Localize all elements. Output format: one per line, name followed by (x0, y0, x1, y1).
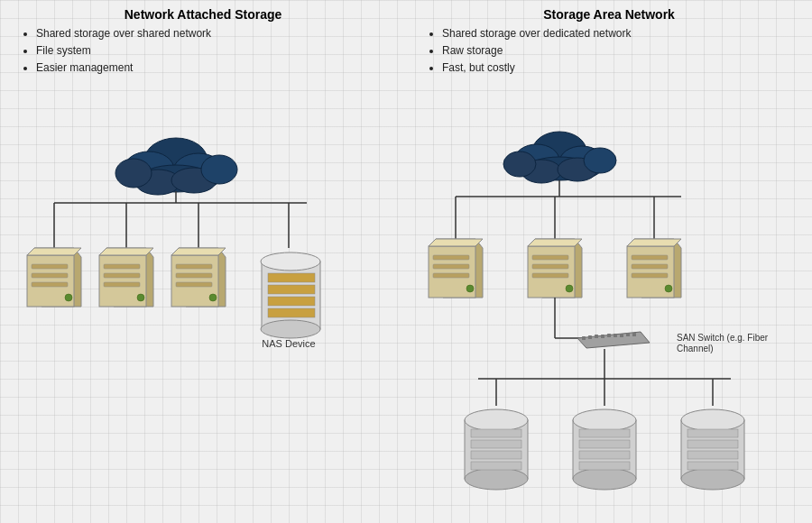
svg-point-30 (261, 252, 320, 271)
svg-rect-69 (601, 335, 604, 338)
svg-rect-66 (582, 336, 586, 340)
svg-point-83 (573, 409, 636, 431)
nas-bullet-3: Easier management (36, 60, 406, 77)
svg-marker-53 (528, 239, 582, 246)
svg-marker-60 (627, 239, 681, 246)
svg-rect-56 (532, 273, 568, 278)
san-switch (577, 332, 650, 348)
svg-rect-20 (104, 282, 140, 287)
san-disk-3 (681, 409, 744, 490)
svg-rect-80 (471, 451, 521, 459)
svg-point-14 (65, 294, 72, 301)
san-bullet-1: Shared storage over dedicated network (442, 25, 812, 42)
san-server-2 (528, 239, 582, 298)
svg-rect-79 (471, 440, 521, 448)
san-cloud (503, 132, 616, 183)
nas-device-label: NAS Device (262, 338, 315, 349)
svg-rect-34 (268, 297, 315, 306)
svg-rect-32 (268, 273, 315, 282)
svg-rect-48 (433, 264, 469, 269)
nas-bullets: Shared storage over shared network File … (36, 25, 406, 78)
svg-rect-47 (433, 255, 469, 260)
svg-rect-67 (588, 335, 592, 339)
svg-rect-86 (579, 440, 630, 448)
svg-rect-55 (532, 264, 568, 269)
svg-point-64 (665, 285, 672, 292)
nas-bullet-1: Shared storage over shared network (36, 25, 406, 42)
svg-rect-88 (579, 462, 630, 470)
nas-panel: Network Attached Storage Shared storage … (0, 0, 406, 523)
svg-point-42 (503, 151, 536, 177)
svg-rect-92 (687, 429, 738, 437)
svg-rect-62 (632, 264, 668, 269)
svg-rect-81 (471, 462, 521, 470)
svg-rect-25 (176, 264, 212, 269)
svg-rect-49 (433, 273, 469, 278)
san-panel: Storage Area Network Shared storage over… (406, 0, 812, 523)
san-bullets: Shared storage over dedicated network Ra… (442, 25, 812, 78)
san-title: Storage Area Network (406, 7, 812, 22)
svg-rect-93 (687, 440, 738, 448)
diagram-container: Network Attached Storage Shared storage … (0, 0, 812, 523)
svg-rect-18 (104, 264, 140, 269)
san-switch-label: SAN Switch (e.g. Fiber (677, 333, 769, 343)
nas-device (261, 252, 320, 338)
svg-rect-85 (579, 429, 630, 437)
svg-rect-73 (626, 333, 630, 336)
svg-rect-29 (262, 262, 320, 329)
svg-rect-74 (632, 333, 636, 336)
svg-point-91 (681, 468, 744, 490)
svg-point-31 (261, 320, 320, 338)
svg-point-21 (137, 294, 144, 301)
svg-point-50 (466, 285, 474, 292)
san-disk-1 (465, 409, 528, 490)
svg-rect-54 (532, 255, 568, 260)
svg-rect-87 (579, 451, 630, 459)
svg-marker-46 (429, 239, 483, 246)
nas-server-1 (27, 248, 81, 307)
san-bullet-2: Raw storage (442, 42, 812, 60)
svg-rect-35 (268, 308, 315, 317)
san-bullet-3: Fast, but costly (442, 60, 812, 77)
svg-rect-61 (632, 255, 668, 260)
svg-rect-71 (614, 334, 617, 337)
nas-server-3 (171, 248, 226, 307)
svg-rect-78 (471, 429, 521, 437)
san-switch-label-2: Channel) (677, 344, 714, 353)
svg-rect-70 (607, 334, 611, 337)
svg-rect-26 (176, 273, 212, 278)
svg-marker-10 (27, 248, 81, 255)
svg-point-90 (681, 409, 744, 431)
svg-rect-33 (268, 285, 315, 294)
svg-point-28 (209, 294, 217, 301)
svg-point-76 (465, 409, 528, 431)
svg-rect-95 (687, 462, 738, 470)
nas-bullet-2: File system (36, 42, 406, 60)
nas-title: Network Attached Storage (0, 7, 406, 22)
svg-rect-11 (32, 264, 68, 269)
svg-point-7 (201, 155, 237, 184)
svg-marker-24 (171, 248, 226, 255)
nas-cloud (115, 138, 237, 195)
svg-point-6 (115, 159, 152, 188)
svg-point-43 (584, 148, 616, 173)
svg-point-57 (566, 285, 573, 292)
nas-diagram: NAS Device (0, 117, 406, 460)
san-disk-2 (573, 409, 636, 490)
svg-rect-13 (32, 282, 68, 287)
nas-server-2 (99, 248, 153, 307)
san-diagram: SAN Switch (e.g. Fiber Channel) (406, 117, 812, 523)
svg-marker-17 (99, 248, 153, 255)
svg-point-77 (465, 468, 528, 490)
san-server-3 (627, 239, 681, 298)
svg-rect-19 (104, 273, 140, 278)
svg-rect-68 (595, 335, 598, 338)
san-server-1 (429, 239, 483, 298)
svg-rect-12 (32, 273, 68, 278)
svg-point-84 (573, 468, 636, 490)
svg-rect-27 (176, 282, 212, 287)
svg-rect-72 (620, 334, 623, 337)
svg-rect-63 (632, 273, 668, 278)
svg-rect-94 (687, 451, 738, 459)
